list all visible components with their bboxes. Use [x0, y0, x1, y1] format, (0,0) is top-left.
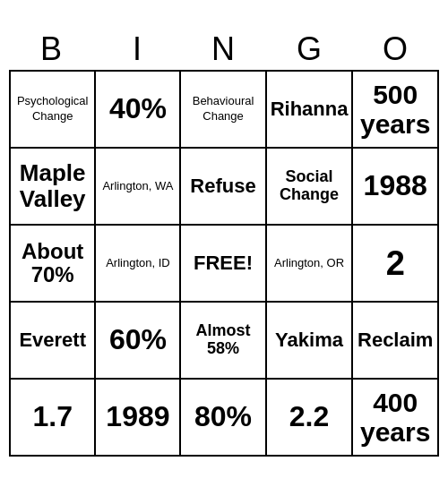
- bingo-header: B I N G O: [9, 30, 439, 68]
- cell-r2-c3: Arlington, OR: [266, 225, 353, 302]
- cell-r0-c1: 40%: [95, 71, 180, 148]
- cell-r3-c3: Yakima: [266, 302, 353, 379]
- cell-r1-c0: Maple Valley: [10, 148, 95, 225]
- cell-r2-c1: Arlington, ID: [95, 225, 180, 302]
- letter-i: I: [95, 30, 181, 68]
- cell-r3-c1: 60%: [95, 302, 180, 379]
- cell-r1-c4: 1988: [352, 148, 438, 225]
- cell-r0-c4: 500 years: [352, 71, 438, 148]
- letter-g: G: [267, 30, 353, 68]
- cell-r0-c0: Psychological Change: [10, 71, 95, 148]
- cell-r1-c3: Social Change: [266, 148, 353, 225]
- cell-r4-c4: 400 years: [352, 379, 438, 456]
- cell-r4-c2: 80%: [180, 379, 265, 456]
- letter-b: B: [9, 30, 95, 68]
- letter-o: O: [353, 30, 439, 68]
- cell-r4-c1: 1989: [95, 379, 180, 456]
- cell-r1-c1: Arlington, WA: [95, 148, 180, 225]
- cell-r0-c2: Behavioural Change: [180, 71, 265, 148]
- cell-r4-c3: 2.2: [266, 379, 353, 456]
- cell-r3-c0: Everett: [10, 302, 95, 379]
- cell-r0-c3: Rihanna: [266, 71, 353, 148]
- cell-r2-c4: 2: [352, 225, 438, 302]
- letter-n: N: [181, 30, 267, 68]
- cell-r2-c2: FREE!: [180, 225, 265, 302]
- cell-r3-c4: Reclaim: [352, 302, 438, 379]
- cell-r3-c2: Almost 58%: [180, 302, 265, 379]
- bingo-card: B I N G O Psychological Change40%Behavio…: [9, 30, 439, 457]
- bingo-grid: Psychological Change40%Behavioural Chang…: [9, 70, 439, 457]
- cell-r4-c0: 1.7: [10, 379, 95, 456]
- cell-r2-c0: About 70%: [10, 225, 95, 302]
- cell-r1-c2: Refuse: [180, 148, 265, 225]
